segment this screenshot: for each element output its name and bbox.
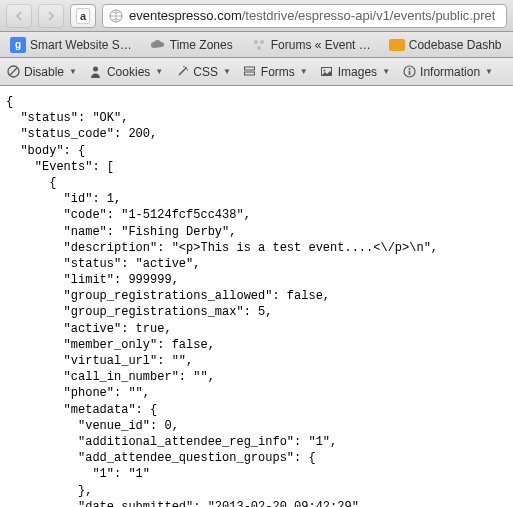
chevron-down-icon: ▼ (155, 67, 163, 76)
url-bar[interactable]: eventespresso.com/testdrive/espresso-api… (102, 4, 507, 28)
svg-rect-12 (245, 72, 255, 75)
images-icon (320, 65, 334, 79)
svg-point-14 (324, 70, 326, 72)
devtools-bar: Disable ▼ Cookies ▼ CSS ▼ Forms ▼ Images… (0, 58, 513, 86)
cloud-icon (150, 37, 166, 53)
dev-disable[interactable]: Disable ▼ (6, 65, 77, 79)
info-icon (402, 65, 416, 79)
svg-point-3 (257, 46, 261, 50)
codebase-icon (389, 37, 405, 53)
google-icon: g (10, 37, 26, 53)
svg-point-1 (254, 40, 258, 44)
dev-css[interactable]: CSS ▼ (175, 65, 231, 79)
svg-line-7 (179, 68, 186, 75)
svg-rect-17 (408, 71, 410, 75)
svg-point-16 (408, 68, 410, 70)
bookmarks-bar: g Smart Website S… Time Zones Forums « E… (0, 32, 513, 58)
browser-toolbar: a eventespresso.com/testdrive/espresso-a… (0, 0, 513, 32)
wand-icon (175, 65, 189, 79)
bookmark-label: Codebase Dashb (409, 38, 502, 52)
svg-point-10 (187, 69, 188, 70)
bookmark-label: Time Zones (170, 38, 233, 52)
bookmark-label: Smart Website S… (30, 38, 132, 52)
bookmark-codebase[interactable]: Codebase Dashb (385, 35, 506, 55)
dev-images[interactable]: Images ▼ (320, 65, 390, 79)
chevron-down-icon: ▼ (69, 67, 77, 76)
svg-point-9 (183, 66, 184, 67)
dev-cookies[interactable]: Cookies ▼ (89, 65, 163, 79)
svg-point-2 (260, 40, 264, 44)
bookmark-smart-website[interactable]: g Smart Website S… (6, 35, 136, 55)
chevron-down-icon: ▼ (485, 67, 493, 76)
forum-icon (251, 37, 267, 53)
back-button[interactable] (6, 4, 32, 28)
dev-label: Forms (261, 65, 295, 79)
svg-rect-11 (245, 67, 255, 70)
dev-label: Information (420, 65, 480, 79)
bookmark-timezones[interactable]: Time Zones (146, 35, 237, 55)
svg-line-5 (10, 68, 17, 75)
svg-point-6 (93, 67, 98, 72)
dev-information[interactable]: Information ▼ (402, 65, 493, 79)
chevron-down-icon: ▼ (382, 67, 390, 76)
dev-label: Images (338, 65, 377, 79)
json-content: { "status": "OK", "status_code": 200, "b… (0, 86, 513, 507)
chevron-down-icon: ▼ (300, 67, 308, 76)
disable-icon (6, 65, 20, 79)
globe-icon (109, 9, 123, 23)
dev-label: Disable (24, 65, 64, 79)
person-icon (89, 65, 103, 79)
amazon-button[interactable]: a (70, 4, 96, 28)
bookmark-forums[interactable]: Forums « Event … (247, 35, 375, 55)
forward-button[interactable] (38, 4, 64, 28)
chevron-down-icon: ▼ (223, 67, 231, 76)
dev-label: Cookies (107, 65, 150, 79)
dev-forms[interactable]: Forms ▼ (243, 65, 308, 79)
bookmark-label: Forums « Event … (271, 38, 371, 52)
dev-label: CSS (193, 65, 218, 79)
forms-icon (243, 65, 257, 79)
url-text: eventespresso.com/testdrive/espresso-api… (129, 8, 495, 23)
svg-point-8 (185, 67, 187, 69)
